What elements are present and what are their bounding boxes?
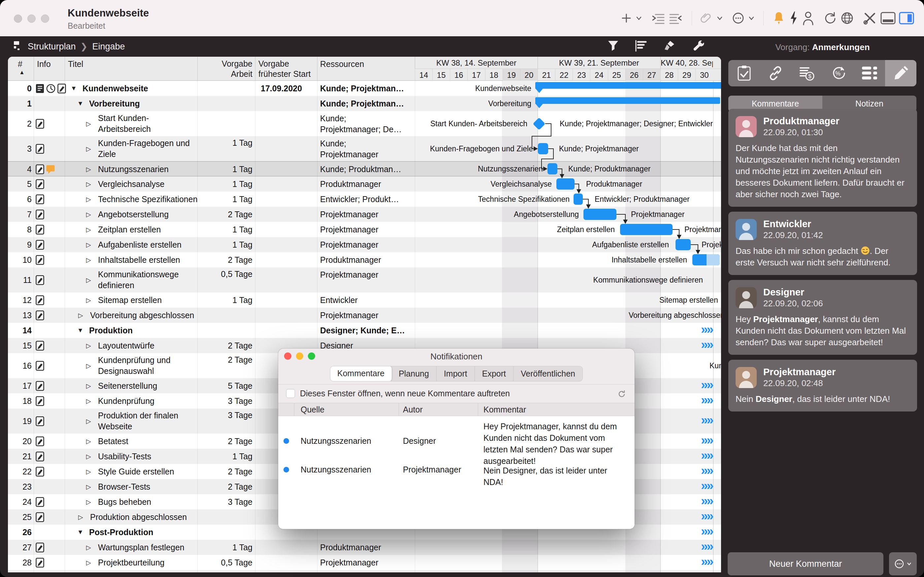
notification-row[interactable]: NutzungsszenarienProjektmanagerNein Desi…: [278, 462, 634, 478]
task-title[interactable]: ▷Aufgabenliste erstellen: [86, 237, 181, 252]
disclosure-expanded-icon[interactable]: ▼: [71, 85, 79, 92]
disclosure-icon[interactable]: ▷: [86, 256, 94, 264]
task-title[interactable]: ▷Layoutentwürfe: [86, 338, 154, 353]
disclosure-icon[interactable]: ▷: [86, 438, 94, 445]
more-circle-button[interactable]: [732, 11, 745, 25]
task-title[interactable]: ▷Projektbeurteilung: [86, 555, 165, 570]
zoom-window-button[interactable]: [41, 15, 49, 23]
task-row-27[interactable]: 27▷Wartungsplan festlegen1 TagProduktman…: [8, 540, 721, 555]
tools-button[interactable]: [863, 11, 877, 26]
task-row-1[interactable]: 1▼VorbereitungKunde; Projektman…: [8, 96, 721, 111]
disclosure-icon[interactable]: ▷: [86, 276, 94, 284]
outline-list-button[interactable]: [635, 40, 647, 53]
more-chevron-button[interactable]: [748, 15, 755, 21]
attach-button[interactable]: [701, 12, 713, 24]
task-title[interactable]: ▷Kunden-Fragebogen und Ziele: [86, 136, 190, 161]
task-title[interactable]: ▼Post-Produktion: [77, 525, 153, 540]
task-title[interactable]: ▼Vorbereitung: [77, 96, 140, 111]
task-row-2[interactable]: 2▷Start Kunden- ArbeitsbereichKunde; Pro…: [8, 111, 721, 136]
disclosure-icon[interactable]: ▷: [86, 468, 94, 475]
task-row-6[interactable]: 6▷Technische Spezifikationen1 TagEntwick…: [8, 192, 721, 207]
disclosure-icon[interactable]: ▷: [86, 120, 94, 127]
task-title[interactable]: ▼Kundenwebseite: [71, 81, 148, 96]
inspector-tool-costs-list[interactable]: $: [791, 60, 822, 86]
disclosure-icon[interactable]: ▷: [86, 211, 94, 218]
task-row-29[interactable]: 29▷Finale Präsentation0,5 TageKunde; Pro…: [8, 570, 721, 572]
format-brush-button[interactable]: [663, 40, 676, 53]
task-title[interactable]: ▷Kundenprüfung: [86, 393, 154, 408]
inspector-tool-notes-pencil[interactable]: [885, 60, 916, 86]
new-comment-button[interactable]: Neuer Kommentar: [728, 552, 884, 575]
column-header-info[interactable]: Info: [37, 60, 51, 69]
disclosure-icon[interactable]: ▷: [86, 181, 94, 188]
disclosure-expanded-icon[interactable]: ▼: [77, 327, 85, 334]
task-title[interactable]: ▷Angebotserstellung: [86, 207, 169, 222]
comment-card[interactable]: Produktmanager22.09.20, 01:30Der Kunde h…: [728, 109, 917, 207]
task-title[interactable]: ▷Vergleichsanalyse: [86, 176, 165, 192]
disclosure-icon[interactable]: ▷: [86, 417, 94, 425]
task-row-10[interactable]: 10▷Inhaltstabelle erstellen2 TageProdukt…: [8, 252, 721, 268]
comment-card[interactable]: Entwickler22.09.20, 01:42Das habe ich mi…: [728, 212, 917, 275]
task-title[interactable]: ▷Inhaltstabelle erstellen: [86, 252, 180, 268]
col-kommentar[interactable]: Kommentar: [483, 405, 526, 414]
disclosure-icon[interactable]: ▷: [78, 513, 86, 521]
col-autor[interactable]: Autor: [403, 405, 423, 414]
disclosure-icon[interactable]: ▷: [86, 397, 94, 405]
person-button[interactable]: [802, 11, 814, 26]
disclosure-icon[interactable]: ▷: [86, 145, 94, 153]
disclosure-icon[interactable]: ▷: [86, 382, 94, 390]
column-header-arbeit[interactable]: Vorgabe Arbeit: [222, 59, 252, 79]
inspector-tool-progress-percent[interactable]: %: [822, 60, 854, 86]
dialog-close-button[interactable]: [284, 353, 291, 360]
task-title[interactable]: ▷Kundenprüfung und Designauswahl: [86, 353, 171, 378]
comment-card[interactable]: Designer22.09.20, 02:06Hey Projektmanage…: [728, 280, 917, 355]
task-row-9[interactable]: 9▷Aufgabenliste erstellen1 TagProjektman…: [8, 237, 721, 252]
task-title[interactable]: ▷Sitemap erstellen: [86, 292, 162, 308]
add-button[interactable]: [620, 12, 632, 24]
add-chevron-button[interactable]: [636, 15, 642, 21]
disclosure-icon[interactable]: ▷: [86, 498, 94, 506]
task-title[interactable]: ▷Nutzungsszenarien: [86, 161, 169, 177]
attach-chevron-button[interactable]: [716, 15, 723, 21]
breadcrumb-mode[interactable]: Eingabe: [92, 42, 125, 52]
task-title[interactable]: ▷Wartungsplan festlegen: [86, 540, 184, 555]
task-row-8[interactable]: 8▷Zeitplan erstellen1 TagProjektmanager: [8, 222, 721, 237]
actions-lightning-button[interactable]: [789, 11, 799, 26]
task-row-12[interactable]: 12▷Sitemap erstellen1 TagEntwickler: [8, 292, 721, 308]
task-title[interactable]: ▷Style Guide erstellen: [86, 464, 174, 479]
disclosure-icon[interactable]: ▷: [86, 241, 94, 248]
inspector-tool-fields-list[interactable]: [854, 60, 885, 86]
dialog-zoom-button[interactable]: [308, 353, 315, 360]
task-row-0[interactable]: 0▼Kundenwebseite17.09.2020Kunde; Projekt…: [8, 81, 721, 96]
close-window-button[interactable]: [14, 15, 22, 23]
task-title[interactable]: ▷Kommunikationswege definieren: [86, 268, 179, 292]
task-row-7[interactable]: 7▷Angebotserstellung2 TageProjektmanager: [8, 207, 721, 222]
disclosure-icon[interactable]: ▷: [86, 362, 94, 370]
dialog-tab-planung[interactable]: Planung: [391, 366, 436, 381]
task-title[interactable]: ▷Produktion der finalen Webseite: [86, 408, 178, 434]
breadcrumb-view[interactable]: Strukturplan: [28, 42, 76, 52]
disclosure-icon[interactable]: ▷: [86, 195, 94, 203]
disclosure-icon[interactable]: ▷: [86, 559, 94, 566]
disclosure-icon[interactable]: ▷: [86, 342, 94, 350]
notifications-bell-button[interactable]: [772, 11, 785, 26]
task-title[interactable]: ▷Produktion abgeschlossen: [78, 509, 187, 525]
indent-button[interactable]: [651, 12, 665, 24]
task-title[interactable]: ▷Finale Präsentation: [86, 570, 169, 572]
network-globe-button[interactable]: [840, 11, 854, 25]
panel-right-button[interactable]: [899, 12, 914, 24]
disclosure-expanded-icon[interactable]: ▼: [77, 529, 85, 536]
notification-row[interactable]: NutzungsszenarienDesignerHey Projektmana…: [278, 423, 634, 459]
open-on-new-comments-checkbox[interactable]: [286, 389, 295, 398]
column-header-start[interactable]: Vorgabe frühester Start: [258, 59, 310, 79]
task-title[interactable]: ▷Bugs beheben: [86, 494, 151, 509]
task-title[interactable]: ▷Start Kunden- Arbeitsbereich: [86, 111, 151, 136]
dialog-tab-import[interactable]: Import: [436, 366, 475, 381]
dialog-tab-veröffentlichen[interactable]: Veröffentlichen: [514, 366, 582, 381]
dialog-tab-kommentare[interactable]: Kommentare: [330, 366, 392, 382]
task-row-28[interactable]: 28▷Projektbeurteilung0,5 TageProjektmana…: [8, 555, 721, 570]
column-header-ressourcen[interactable]: Ressourcen: [320, 60, 364, 69]
minimize-window-button[interactable]: [27, 15, 36, 23]
outdent-button[interactable]: [669, 12, 683, 24]
task-title[interactable]: ▷Vorbereitung abgeschlossen: [78, 308, 194, 323]
